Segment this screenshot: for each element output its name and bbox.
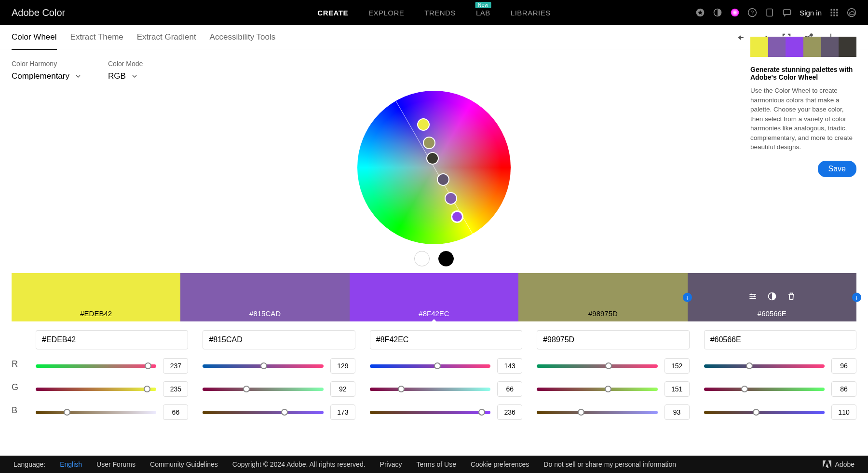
signin-link[interactable]: Sign in [800,9,822,17]
undo-icon[interactable] [737,32,747,43]
bg-black[interactable] [438,251,454,266]
contrast-icon[interactable] [767,292,777,301]
mini-swatch [786,37,803,57]
mode-select[interactable]: RGB [108,71,143,81]
harmony-control: Color Harmony Complementary [12,60,81,81]
svg-rect-14 [833,14,835,16]
r-slider-5[interactable] [704,364,825,368]
mini-swatch [839,37,856,57]
nav-libraries[interactable]: LIBRARIES [511,9,551,17]
b-slider-3[interactable] [370,411,490,414]
r-value-2[interactable] [330,358,355,374]
tab-accessibility[interactable]: Accessibility Tools [210,26,276,50]
wheel-handle-5[interactable] [437,173,449,186]
footer-dns[interactable]: Do not sell or share my personal informa… [543,460,676,468]
swatch-3[interactable]: #8F42EC [350,273,518,321]
apps-grid-icon[interactable] [829,8,839,17]
svg-rect-13 [831,14,832,16]
add-swatch-left[interactable]: + [683,293,692,302]
trash-icon[interactable] [787,292,796,301]
b-slider-5[interactable] [704,411,825,414]
b-value-4[interactable] [665,404,690,420]
wheel-handle-3[interactable] [451,210,463,223]
b-value-2[interactable] [330,404,355,420]
g-slider-4[interactable] [537,388,657,391]
add-swatch-right[interactable]: + [852,293,861,302]
nav-explore[interactable]: EXPLORE [368,9,404,17]
help-icon[interactable]: ? [747,8,757,17]
b-value-5[interactable] [831,404,856,420]
swatch-label: #8F42EC [419,309,449,318]
g-value-2[interactable] [330,381,355,397]
tab-extract-theme[interactable]: Extract Theme [70,26,123,50]
footer-cookie[interactable]: Cookie preferences [471,460,529,468]
g-slider-3[interactable] [370,388,490,391]
star-icon[interactable] [695,8,705,17]
b-slider-4[interactable] [537,411,657,414]
r-value-1[interactable] [163,358,188,374]
swatch-4[interactable]: #98975D [518,273,687,321]
r-slider-4[interactable] [537,364,657,368]
bg-white[interactable] [414,251,430,266]
svg-rect-5 [767,9,773,16]
b-slider-2[interactable] [203,411,323,414]
r-value-5[interactable] [831,358,856,374]
g-value-1[interactable] [163,381,188,397]
r-slider-2[interactable] [203,364,323,368]
swatch-2[interactable]: #815CAD [180,273,349,321]
hex-input-3[interactable] [370,330,522,349]
nav-create[interactable]: CREATE [317,9,348,17]
g-slider-5[interactable] [704,388,825,391]
inputs-grid: R G B [0,321,868,437]
creative-cloud-icon[interactable] [847,8,856,17]
tab-color-wheel[interactable]: Color Wheel [12,26,57,50]
swatch-label: #815CAD [249,309,281,318]
theme-toggle-icon[interactable] [713,8,722,17]
tab-extract-gradient[interactable]: Extract Gradient [137,26,196,50]
swatch-1[interactable]: #EDEB42 [12,273,180,321]
harmony-select[interactable]: Complementary [12,71,81,81]
footer-guidelines[interactable]: Community Guidelines [150,460,218,468]
nav-trends[interactable]: TRENDS [424,9,456,17]
r-value-4[interactable] [665,358,690,374]
adjust-icon[interactable] [748,292,758,301]
g-value-4[interactable] [665,381,690,397]
chevron-down-icon [75,73,81,79]
r-slider-3[interactable] [370,364,490,368]
footer-lang-value[interactable]: English [60,460,82,468]
footer-privacy[interactable]: Privacy [380,460,402,468]
r-slider-1[interactable] [36,364,156,368]
swatch-5[interactable]: #60566E++ [688,273,856,321]
b-slider-1[interactable] [36,411,156,414]
color-wheel-icon[interactable] [730,8,740,17]
hex-input-4[interactable] [537,330,689,349]
svg-rect-8 [833,9,835,11]
b-value-1[interactable] [163,404,188,420]
g-slider-2[interactable] [203,388,323,391]
g-slider-1[interactable] [36,388,156,391]
footer-forums[interactable]: User Forums [96,460,136,468]
b-value-3[interactable] [497,404,522,420]
g-value-3[interactable] [497,381,522,397]
wheel-handle-4[interactable] [423,137,435,149]
wheel-handle-2[interactable] [445,192,457,205]
notification-icon[interactable] [765,8,774,17]
wheel-handle-center[interactable] [426,152,439,165]
r-value-3[interactable] [497,358,522,374]
tool-toolbar: Color Wheel Extract Theme Extract Gradie… [0,25,868,50]
hex-input-5[interactable] [704,330,856,349]
header-right: ? Sign in [695,8,856,17]
chat-icon[interactable] [782,8,792,17]
svg-point-22 [751,298,752,299]
save-button[interactable]: Save [818,161,856,177]
nav-lab[interactable]: New LAB [476,9,490,17]
wheel-handle-1[interactable] [417,118,430,131]
hex-input-2[interactable] [203,330,355,349]
footer-terms[interactable]: Terms of Use [416,460,456,468]
hex-input-1[interactable] [36,330,188,349]
svg-point-20 [750,293,752,295]
color-wheel[interactable] [357,91,511,244]
sidebar: Generate stunning palettes with Adobe's … [750,37,856,177]
g-value-5[interactable] [831,381,856,397]
tool-tabs: Color Wheel Extract Theme Extract Gradie… [12,26,275,50]
